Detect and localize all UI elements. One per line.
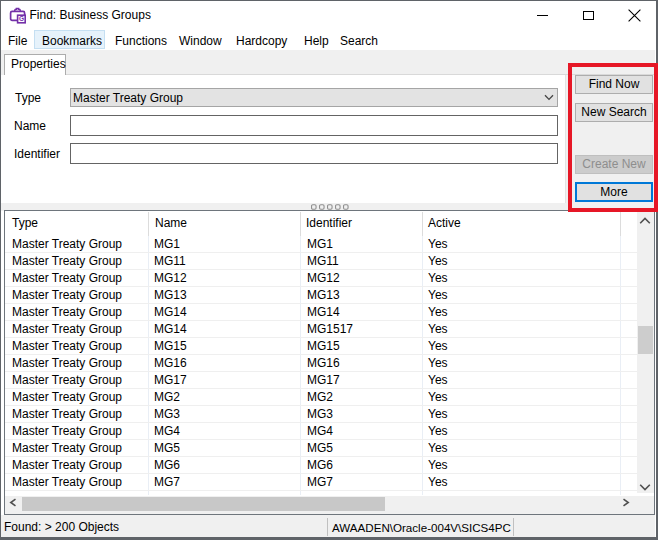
svg-text:G: G — [19, 15, 24, 22]
